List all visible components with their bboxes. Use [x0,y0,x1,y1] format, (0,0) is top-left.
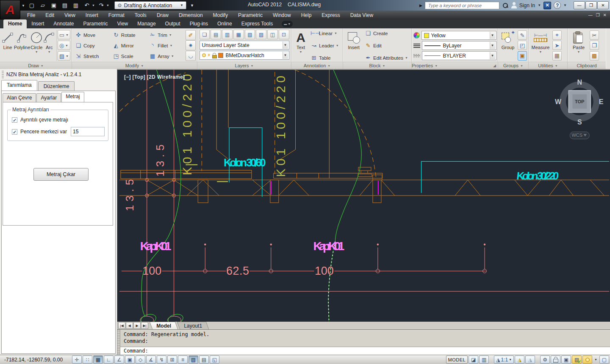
fillet-button[interactable]: ◝Fillet▼ [147,40,184,51]
layer-isolate-button[interactable]: ▥ [222,30,233,39]
layer-freeze-button[interactable]: ▧ [245,30,255,39]
menu-edit[interactable]: Edit [40,11,59,19]
menu-draw[interactable]: Draw [152,11,174,19]
tab-model[interactable]: Model [150,322,178,329]
explode-button[interactable]: ✷ [186,40,196,50]
cad-text-kolon3060[interactable]: Kolon 30/60 [224,157,266,168]
layer-unlock-icon[interactable] [212,53,216,58]
qnew-button[interactable]: ▢ [27,1,36,10]
cut-button[interactable]: ✂ [590,30,599,40]
scale-button[interactable]: ◳Scale [111,51,146,61]
dim-text-13-5-2[interactable]: 13.5 [124,179,136,211]
menu-modify[interactable]: Modify [208,11,233,19]
layer-properties-button[interactable]: ❏ [200,30,210,39]
ribbon-tab-insert[interactable]: Insert [27,19,49,28]
tab-nav-last-icon[interactable]: ▶| [141,322,148,329]
wcs-dropdown[interactable]: WCS [570,132,589,139]
lineweight-dropdown[interactable]: ByLayer▼ [422,41,496,50]
quick-select-button[interactable]: ➤ [552,41,562,50]
group-selection-toggle[interactable]: ▣ [518,51,527,61]
cad-text-kapi-2[interactable]: Kapı K01 [313,240,344,253]
ungroup-button[interactable]: ◰ [518,41,527,50]
object-snap-tracking-toggle[interactable]: ∡ [146,356,156,364]
ribbon-tab-annotate[interactable]: Annotate [49,19,78,28]
object-visibility-button[interactable] [582,356,592,364]
cad-text-k01-1[interactable]: K01 100/220 [180,74,194,175]
window-center-input[interactable] [71,127,105,136]
menu-view[interactable]: View [59,11,80,19]
block-panel-label[interactable]: Block▼ [343,62,411,69]
layer-unisolate-button[interactable]: ▦ [233,30,244,39]
hatch-button[interactable]: ▨▼ [58,51,70,61]
object-snap-toggle[interactable]: ▣ [125,356,135,364]
workspace-dropdown[interactable]: ⚙Drafting & Annotation▼ [114,1,186,9]
layer-thaw-icon[interactable]: ☀ [207,52,211,58]
measure-dropdown-icon[interactable]: ▼ [539,50,542,53]
detailed-perimeter-checkbox[interactable]: ✓ Ayrıntılı çevre metrajı [12,117,105,123]
extract-metraj-button[interactable]: Metraj Çıkar [33,168,89,181]
layers-panel-label[interactable]: Layers▼ [197,62,291,69]
line-button[interactable]: Line [1,29,14,62]
menu-dimension[interactable]: Dimension [174,11,208,19]
infocenter-collapse-icon[interactable]: ▶ [419,3,422,8]
view-cube-north[interactable]: N [577,79,582,86]
palette-header[interactable]: NZN Bina Metraj Analiz - v1.2.4.1 [0,69,117,80]
move-button[interactable]: ✜Move [73,30,109,40]
circle-button[interactable]: Circle ▼ [30,29,43,62]
tab-nav-prev-icon[interactable]: ◀ [126,322,133,329]
status-menu-icon[interactable]: ▼ [593,358,599,361]
quick-calculator-button[interactable]: ▦ [552,51,562,61]
erase-button[interactable]: ✐ [186,30,196,40]
rectangle-button[interactable]: ▭▼ [58,30,70,39]
ribbon-tab-parametric[interactable]: Parametric [78,19,112,28]
restore-button[interactable]: ❐ [585,1,597,9]
paste-dropdown-icon[interactable]: ▼ [577,50,580,53]
array-button-dropdown-icon[interactable]: ▼ [171,55,174,58]
text-button[interactable]: A Text ▼ [293,29,309,62]
menu-insert[interactable]: Insert [80,11,103,19]
layer-dropdown[interactable]: ☀ BMetDuvarHatch▼ [200,51,289,60]
draw-panel-label[interactable]: Draw▼ [0,62,72,69]
create-block-button[interactable]: ❑Create [363,30,410,36]
circle-dropdown-icon[interactable]: ▼ [35,50,38,53]
close-button[interactable]: ✕ [597,1,609,9]
tab-nav-next-icon[interactable]: ▶ [133,322,141,329]
layer-lock-button[interactable]: ◫ [267,30,278,39]
snap-mode-toggle[interactable]: ∷ [83,356,92,364]
clean-screen-button[interactable]: ▢ [599,356,609,364]
window-center-checkbox[interactable]: ✓ Pencere merkezi var [12,129,67,135]
ribbon-tab-home[interactable]: Home [3,19,27,28]
polyline-button[interactable]: Polyline [14,29,30,62]
dynamic-ucs-toggle[interactable]: ↯ [157,356,166,364]
color-wheel-icon[interactable] [413,32,420,39]
table-button[interactable]: ⊞Table [309,55,341,61]
open-button[interactable]: ▱ [38,1,47,10]
sign-in-button[interactable]: Sign In [519,3,535,8]
annotation-panel-label[interactable]: Annotation▼ [291,62,343,69]
redo-button-dropdown-icon[interactable]: ▼ [106,4,109,7]
ribbon-tab-view[interactable]: View [112,19,133,28]
ribbon-tab-express-tools[interactable]: Express Tools [237,19,277,28]
match-properties-button[interactable]: ▩ [590,51,599,61]
application-menu-arrow-icon[interactable]: ▼ [22,4,25,8]
selection-cycling-toggle[interactable]: ◱ [210,356,219,364]
trim-button-dropdown-icon[interactable]: ▼ [169,33,172,36]
text-dropdown-icon[interactable]: ▼ [299,50,302,53]
model-space-viewport[interactable]: K01 100/220 K01 100/220 Kolon 30/60 Kolo… [117,69,610,322]
view-cube-south[interactable]: S [577,119,582,126]
layer-on-icon[interactable] [202,53,206,57]
ribbon-tab-manage[interactable]: Manage [133,19,160,28]
doc-close-icon[interactable]: ✕ [603,13,607,17]
grid-display-toggle[interactable]: ▦ [93,356,103,364]
ribbon-tab-plug-ins[interactable]: Plug-ins [185,19,213,28]
trim-button[interactable]: ✁Trim▼ [147,30,184,40]
arc-dropdown-icon[interactable]: ▼ [48,50,51,53]
menu-express[interactable]: Express [316,11,345,19]
dim-text-62-5[interactable]: 62.5 [226,265,249,277]
fillet-button-dropdown-icon[interactable]: ▼ [169,44,172,47]
transparency-toggle[interactable]: ▨ [189,356,198,364]
workspace-switching-button[interactable]: ⚙ [540,356,550,364]
save-button[interactable]: ▣ [49,1,58,10]
rotate-button[interactable]: ↻Rotate [111,30,146,40]
coordinates-readout[interactable]: -7182.14, -12607.59, 0.00 [0,357,67,363]
